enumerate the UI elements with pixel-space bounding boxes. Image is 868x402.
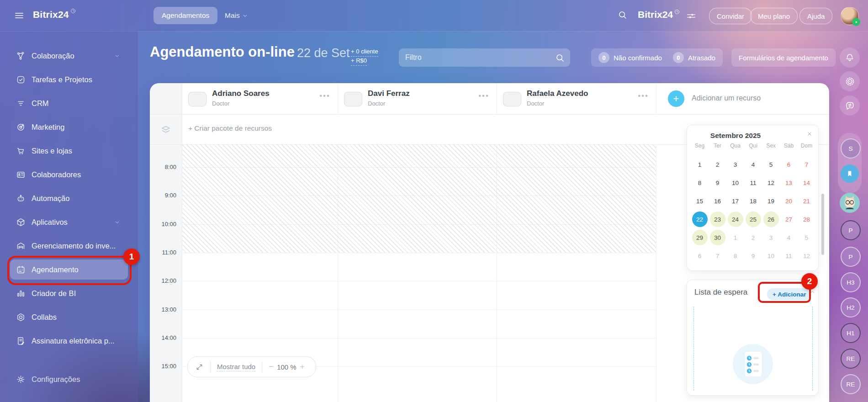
counter-nao-confirmado[interactable]: 0 Não confirmado <box>598 52 662 63</box>
sidebar-item-marketing[interactable]: Marketing <box>0 115 138 139</box>
calendar-day-2[interactable]: 2 <box>746 230 761 245</box>
calendar-day-14[interactable]: 14 <box>799 175 815 190</box>
resource-menu-dots[interactable]: ••• <box>319 91 330 100</box>
calendar-day-7[interactable]: 7 <box>710 248 725 264</box>
sidebar-item-configura-es[interactable]: Configurações <box>0 367 138 391</box>
status-counters[interactable]: 0 Não confirmado 0 Atrasado <box>591 48 723 67</box>
calendar-day-11[interactable]: 11 <box>781 248 797 264</box>
calendar-day-3[interactable]: 3 <box>763 230 779 245</box>
sidebar-item-collabs[interactable]: Collabs <box>0 305 138 329</box>
create-resource-package[interactable]: + Criar pacote de recursos <box>188 124 272 132</box>
resource-column-adriano-soares[interactable]: Adriano SoaresDoctor••• <box>182 83 338 114</box>
sidebar-item-colaboradores[interactable]: Colaboradores <box>0 163 138 186</box>
resource-column-rafaela-azevedo[interactable]: Rafaela AzevedoDoctor••• <box>497 83 656 114</box>
calendar-day-3[interactable]: 3 <box>728 157 743 172</box>
calendar-title[interactable]: Setembro 2025 <box>701 132 770 140</box>
calendar-day-9[interactable]: 9 <box>710 175 725 190</box>
calendar-day-10[interactable]: 10 <box>763 248 779 264</box>
amount[interactable]: + R$0 <box>351 57 367 66</box>
calendar-day-4[interactable]: 4 <box>746 157 761 172</box>
chat-sync-button[interactable] <box>840 95 860 116</box>
calendar-day-8[interactable]: 8 <box>692 175 708 190</box>
calendar-day-18[interactable]: 18 <box>746 193 761 209</box>
calendar-day-12[interactable]: 12 <box>763 175 779 190</box>
sidebar-item-gerenciamento-do-inve[interactable]: Gerenciamento do inve... <box>0 234 138 258</box>
booking-forms-button[interactable]: Formulários de agendamento <box>731 48 836 67</box>
calendar-day-30[interactable]: 30 <box>710 230 725 245</box>
saved-messages-button[interactable] <box>841 164 859 183</box>
close-icon[interactable] <box>806 131 813 137</box>
resource-menu-dots[interactable]: ••• <box>638 91 649 100</box>
sidebar-item-agendamento[interactable]: Agendamento <box>10 259 128 280</box>
chat-avatar-cat[interactable] <box>840 193 860 213</box>
convidar-button[interactable]: Convidar <box>709 8 752 24</box>
calendar-day-12[interactable]: 12 <box>799 248 815 264</box>
calendar-day-21[interactable]: 21 <box>799 193 815 209</box>
sidebar-item-crm[interactable]: CRM <box>0 91 138 115</box>
calendar-day-23[interactable]: 23 <box>710 212 725 227</box>
sidebar-item-criador-de-bi[interactable]: Criador de BI <box>0 281 138 305</box>
calendar-day-2[interactable]: 2 <box>710 157 725 172</box>
calendar-day-20[interactable]: 20 <box>781 193 797 209</box>
sidebar-item-colabora-o[interactable]: Colaboração <box>0 44 138 68</box>
resource-column-davi-ferraz[interactable]: Davi FerrazDoctor••• <box>338 83 497 114</box>
calendar-day-15[interactable]: 15 <box>692 193 708 209</box>
page-date[interactable]: 22 de Set <box>297 46 350 60</box>
calendar-day-29[interactable]: 29 <box>692 230 708 245</box>
show-all-button[interactable]: Mostrar tudo <box>217 363 255 371</box>
calendar-day-11[interactable]: 11 <box>746 175 761 190</box>
calendar-day-7[interactable]: 7 <box>799 157 815 172</box>
rail-avatar-re-6[interactable]: RE <box>841 374 861 394</box>
calendar-day-26[interactable]: 26 <box>763 212 779 227</box>
search-icon[interactable] <box>555 53 565 63</box>
meu-plano-button[interactable]: Meu plano <box>750 8 798 24</box>
counter-atrasado[interactable]: 0 Atrasado <box>673 52 715 63</box>
sliders-icon[interactable] <box>686 11 696 21</box>
calendar-day-28[interactable]: 28 <box>799 212 815 227</box>
calendar-day-16[interactable]: 16 <box>710 193 725 209</box>
calendar-day-10[interactable]: 10 <box>728 175 743 190</box>
sidebar-item-sites-e-lojas[interactable]: Sites e lojas <box>0 139 138 163</box>
sidebar-item-tarefas-e-projetos[interactable]: Tarefas e Projetos <box>0 68 138 91</box>
hamburger-menu-icon[interactable] <box>14 10 25 21</box>
calendar-day-19[interactable]: 19 <box>763 193 779 209</box>
pinned-chat-avatar[interactable]: S <box>841 138 861 159</box>
tab-mais[interactable]: Mais <box>220 7 253 24</box>
rail-avatar-p-1[interactable]: P <box>841 247 861 267</box>
zoom-in-button[interactable]: + <box>300 362 305 371</box>
calendar-day-4[interactable]: 4 <box>781 230 797 245</box>
rail-avatar-p-0[interactable]: P <box>841 220 861 240</box>
calendar-day-9[interactable]: 9 <box>746 248 761 264</box>
waitlist-add-button[interactable]: + Adicionar <box>767 288 811 300</box>
calendar-day-27[interactable]: 27 <box>781 212 797 227</box>
search-icon[interactable] <box>618 10 627 20</box>
chevron-up-icon[interactable] <box>810 289 815 295</box>
calendar-day-5[interactable]: 5 <box>799 230 815 245</box>
filter-bar[interactable] <box>399 48 570 67</box>
calendar-day-17[interactable]: 17 <box>728 193 743 209</box>
tab-agendamentos[interactable]: Agendamentos <box>153 7 217 24</box>
zoom-out-button[interactable]: − <box>269 362 273 371</box>
calendar-day-22[interactable]: 22 <box>692 212 708 227</box>
calendar-day-25[interactable]: 25 <box>746 212 761 227</box>
ajuda-button[interactable]: Ajuda <box>799 8 832 24</box>
calendar-day-24[interactable]: 24 <box>728 212 743 227</box>
calendar-day-5[interactable]: 5 <box>763 157 779 172</box>
filter-input[interactable] <box>399 53 555 62</box>
resource-menu-dots[interactable]: ••• <box>478 91 489 100</box>
rail-avatar-h1-4[interactable]: H1 <box>841 323 861 343</box>
calendar-day-1[interactable]: 1 <box>692 157 708 172</box>
vertical-scrollbar[interactable] <box>821 194 824 255</box>
expand-icon[interactable] <box>195 363 204 371</box>
calendar-day-8[interactable]: 8 <box>728 248 743 264</box>
sidebar-item-automa-o[interactable]: Automação <box>0 186 138 210</box>
client-count[interactable]: + 0 cliente <box>351 48 378 57</box>
copilot-button[interactable] <box>840 71 860 91</box>
notifications-bell-button[interactable] <box>840 48 860 68</box>
calendar-day-6[interactable]: 6 <box>781 157 797 172</box>
sidebar-item-aplicativos[interactable]: Aplicativos <box>0 210 138 234</box>
calendar-day-6[interactable]: 6 <box>692 248 708 264</box>
add-resource[interactable]: Adicionar um recurso <box>656 83 829 114</box>
calendar-day-13[interactable]: 13 <box>781 175 797 190</box>
calendar-day-1[interactable]: 1 <box>728 230 743 245</box>
